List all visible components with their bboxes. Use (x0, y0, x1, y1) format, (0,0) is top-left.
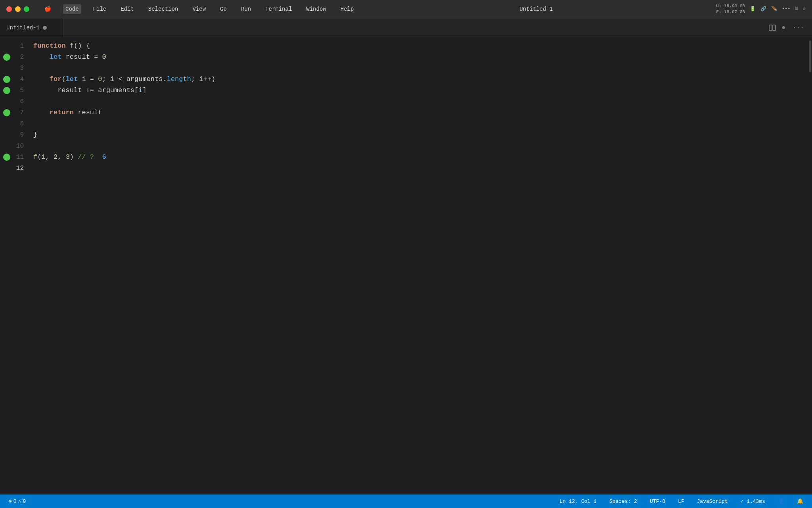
maximize-button[interactable] (24, 6, 29, 12)
encoding-label: UTF-8 (650, 498, 665, 504)
tab-label: Untitled-1 (6, 25, 40, 31)
number-0-2: 0 (98, 74, 102, 85)
variable-i: i (138, 85, 142, 96)
tab-modified-dot (43, 26, 47, 30)
editor-container: 1 2 3 4 5 6 7 8 (0, 37, 812, 495)
split-editor-icon[interactable] (768, 24, 776, 32)
arg-2: 2 (54, 152, 57, 163)
line-num-5: 5 (13, 87, 24, 94)
timing-status: ✓ 1.43ms (738, 497, 768, 505)
code-line-7: return result (33, 107, 806, 118)
gutter-row-4: 4 (0, 74, 27, 85)
screen-icon: ⊙ (803, 6, 806, 12)
code-line-5: result += arguments[ i ] (33, 85, 806, 96)
gutter-row-11: 11 (0, 152, 27, 163)
tab-actions: ● ··· (768, 18, 812, 37)
menu-go[interactable]: Go (218, 4, 229, 14)
status-right: Ln 12, Col 1 Spaces: 2 UTF-8 LF JavaScri… (557, 497, 806, 505)
code-line-11: f ( 1 , 2 , 3 ) // ? 6 (33, 152, 806, 163)
encoding-status[interactable]: UTF-8 (647, 498, 668, 505)
line-num-10: 10 (13, 142, 24, 150)
position-label: Ln 12, Col 1 (559, 498, 597, 504)
keyword-function: function (33, 40, 66, 52)
gutter-row-1: 1 (0, 40, 27, 52)
eol-label: LF (678, 498, 684, 504)
code-editor[interactable]: function f () { let result = 0 for ( let… (27, 37, 806, 495)
line-num-12: 12 (13, 165, 24, 172)
status-left: ⊗ 0 △ 0 (6, 497, 28, 505)
timing-label: ✓ 1.43ms (741, 498, 765, 504)
closing-brace: } (33, 129, 37, 140)
menu-edit[interactable]: Edit (118, 4, 136, 14)
editor-tab[interactable]: Untitled-1 (0, 18, 63, 37)
number-0: 0 (102, 52, 106, 63)
scrollbar-thumb[interactable] (809, 40, 811, 72)
error-icon: ⊗ (9, 498, 12, 504)
gutter-row-5: 5 (0, 85, 27, 96)
feather-icon: 🪶 (771, 6, 777, 12)
scrollbar-track[interactable] (806, 37, 812, 495)
breakpoint-2[interactable] (3, 54, 10, 61)
errors-status[interactable]: ⊗ 0 △ 0 (6, 497, 28, 505)
menu-selection[interactable]: Selection (146, 4, 181, 14)
arg-3: 3 (66, 152, 70, 163)
minimize-button[interactable] (15, 6, 21, 12)
menu-file[interactable]: File (91, 4, 109, 14)
traffic-lights (6, 6, 29, 12)
line-num-7: 7 (13, 109, 24, 116)
code-line-8 (33, 118, 806, 129)
window-title: Untitled-1 (519, 6, 553, 12)
gutter-row-7: 7 (0, 107, 27, 118)
cursor-position[interactable]: Ln 12, Col 1 (557, 498, 599, 505)
spaces-label: Spaces: 2 (609, 498, 637, 504)
close-button[interactable] (6, 6, 12, 12)
code-line-2: let result = 0 (33, 52, 806, 63)
breakpoint-5[interactable] (3, 87, 10, 94)
code-line-10 (33, 140, 806, 152)
memory-free: F: 15.07 GB (716, 9, 745, 15)
bell-status[interactable]: 🔔 (795, 497, 806, 505)
eol-status[interactable]: LF (676, 498, 687, 505)
code-line-4: for ( let i = 0 ; i < arguments. length … (33, 74, 806, 85)
menu-run[interactable]: Run (239, 4, 253, 14)
memory-used: U: 16.93 GB (716, 3, 745, 9)
language-label: JavaScript (697, 498, 728, 504)
menu-terminal[interactable]: Terminal (263, 4, 294, 14)
menu-help[interactable]: Help (338, 4, 356, 14)
keyword-let-1: let (50, 52, 62, 63)
code-line-3 (33, 63, 806, 74)
property-length: length (167, 74, 191, 85)
line-num-3: 3 (13, 65, 24, 72)
gutter-row-10: 10 (0, 140, 27, 152)
line-num-11: 11 (13, 154, 24, 161)
line-num-1: 1 (13, 42, 24, 50)
line-gutter: 1 2 3 4 5 6 7 8 (0, 37, 27, 495)
keyword-for: for (50, 74, 62, 85)
code-line-12 (33, 163, 806, 174)
control-center-icon: ⊞ (795, 6, 798, 12)
language-status[interactable]: JavaScript (695, 498, 730, 505)
indentation-status[interactable]: Spaces: 2 (607, 498, 640, 505)
menu-bar-left: 🍎 Code File Edit Selection View Go Run T… (6, 4, 356, 14)
breakpoint-7[interactable] (3, 109, 10, 116)
svg-rect-0 (769, 25, 772, 31)
arg-1: 1 (41, 152, 45, 163)
menu-window[interactable]: Window (304, 4, 328, 14)
breakpoint-11[interactable] (3, 154, 10, 161)
keyword-return: return (50, 107, 74, 118)
menu-code[interactable]: Code (63, 4, 81, 14)
error-count: 0 (13, 498, 17, 504)
breakpoint-4[interactable] (3, 76, 10, 83)
menu-view[interactable]: View (190, 4, 208, 14)
line-num-6: 6 (13, 98, 24, 105)
apple-menu[interactable]: 🍎 (42, 4, 54, 14)
battery-icon: 🔋 (750, 6, 756, 12)
gutter-row-9: 9 (0, 129, 27, 140)
gutter-row-2: 2 (0, 52, 27, 63)
function-name-f: f (70, 40, 74, 52)
result-value: 6 (102, 152, 106, 163)
more-options-icon[interactable]: ··· (791, 23, 806, 33)
function-call-f: f (33, 152, 37, 163)
menu-bar-center: Untitled-1 (364, 6, 708, 12)
person-status[interactable]: 👤 (776, 497, 787, 505)
